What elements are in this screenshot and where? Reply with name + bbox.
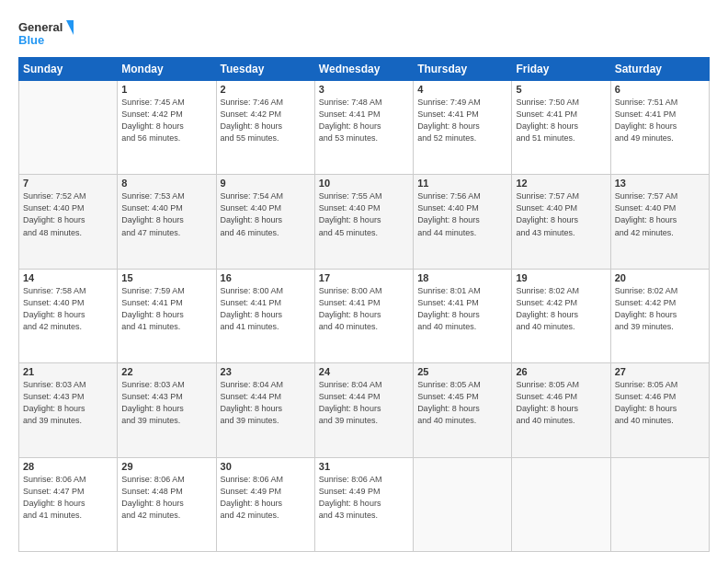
day-info: Sunrise: 7:58 AM Sunset: 4:40 PM Dayligh… <box>23 285 113 333</box>
day-number: 20 <box>615 272 705 283</box>
calendar-cell: 21Sunrise: 8:03 AM Sunset: 4:43 PM Dayli… <box>19 363 118 457</box>
day-number: 4 <box>417 84 507 95</box>
calendar-week-row: 14Sunrise: 7:58 AM Sunset: 4:40 PM Dayli… <box>19 269 710 362</box>
day-number: 7 <box>23 178 113 189</box>
day-number: 24 <box>319 366 409 377</box>
calendar-cell: 24Sunrise: 8:04 AM Sunset: 4:44 PM Dayli… <box>314 363 413 457</box>
calendar-week-row: 28Sunrise: 8:06 AM Sunset: 4:47 PM Dayli… <box>19 457 710 551</box>
calendar-cell: 9Sunrise: 7:54 AM Sunset: 4:40 PM Daylig… <box>216 175 314 269</box>
day-number: 25 <box>417 366 507 377</box>
logo-svg: General Blue <box>18 17 74 50</box>
calendar-cell: 8Sunrise: 7:53 AM Sunset: 4:40 PM Daylig… <box>118 175 216 269</box>
day-info: Sunrise: 7:52 AM Sunset: 4:40 PM Dayligh… <box>23 190 113 238</box>
day-info: Sunrise: 8:00 AM Sunset: 4:41 PM Dayligh… <box>221 285 311 333</box>
calendar-cell: 26Sunrise: 8:05 AM Sunset: 4:46 PM Dayli… <box>512 363 610 457</box>
day-info: Sunrise: 7:57 AM Sunset: 4:40 PM Dayligh… <box>615 190 705 238</box>
day-number: 19 <box>516 272 606 283</box>
day-number: 23 <box>221 366 311 377</box>
day-info: Sunrise: 7:57 AM Sunset: 4:40 PM Dayligh… <box>516 190 606 238</box>
day-number: 29 <box>121 461 211 472</box>
day-info: Sunrise: 8:05 AM Sunset: 4:45 PM Dayligh… <box>417 379 507 427</box>
day-number: 3 <box>319 84 409 95</box>
calendar-cell: 2Sunrise: 7:46 AM Sunset: 4:42 PM Daylig… <box>216 81 314 175</box>
day-number: 30 <box>221 461 311 472</box>
day-info: Sunrise: 8:03 AM Sunset: 4:43 PM Dayligh… <box>23 379 113 427</box>
calendar-cell: 23Sunrise: 8:04 AM Sunset: 4:44 PM Dayli… <box>216 363 314 457</box>
day-number: 16 <box>221 272 311 283</box>
calendar-week-row: 7Sunrise: 7:52 AM Sunset: 4:40 PM Daylig… <box>19 175 710 269</box>
calendar-day-header: Friday <box>512 58 610 81</box>
calendar-cell: 3Sunrise: 7:48 AM Sunset: 4:41 PM Daylig… <box>314 81 413 175</box>
svg-marker-2 <box>66 20 74 35</box>
day-number: 13 <box>615 178 705 189</box>
calendar-cell <box>610 457 709 551</box>
day-info: Sunrise: 8:02 AM Sunset: 4:42 PM Dayligh… <box>615 285 705 333</box>
calendar-cell: 11Sunrise: 7:56 AM Sunset: 4:40 PM Dayli… <box>414 175 512 269</box>
calendar-cell <box>512 457 610 551</box>
day-info: Sunrise: 8:06 AM Sunset: 4:49 PM Dayligh… <box>319 474 409 522</box>
calendar-day-header: Monday <box>118 58 216 81</box>
page: General Blue SundayMondayTuesdayWednesda… <box>0 0 728 563</box>
calendar-day-header: Thursday <box>414 58 512 81</box>
calendar-cell: 29Sunrise: 8:06 AM Sunset: 4:48 PM Dayli… <box>118 457 216 551</box>
day-info: Sunrise: 7:46 AM Sunset: 4:42 PM Dayligh… <box>221 97 311 144</box>
day-number: 18 <box>417 272 507 283</box>
day-info: Sunrise: 7:55 AM Sunset: 4:40 PM Dayligh… <box>319 190 409 238</box>
calendar-table: SundayMondayTuesdayWednesdayThursdayFrid… <box>18 57 710 552</box>
day-number: 31 <box>319 461 409 472</box>
day-info: Sunrise: 8:06 AM Sunset: 4:49 PM Dayligh… <box>221 474 311 522</box>
day-number: 28 <box>23 461 113 472</box>
calendar-week-row: 21Sunrise: 8:03 AM Sunset: 4:43 PM Dayli… <box>19 363 710 457</box>
calendar-day-header: Saturday <box>610 58 709 81</box>
calendar-day-header: Tuesday <box>216 58 314 81</box>
day-info: Sunrise: 7:54 AM Sunset: 4:40 PM Dayligh… <box>221 190 311 238</box>
day-info: Sunrise: 7:53 AM Sunset: 4:40 PM Dayligh… <box>121 190 211 238</box>
day-number: 2 <box>221 84 311 95</box>
day-info: Sunrise: 7:56 AM Sunset: 4:40 PM Dayligh… <box>417 190 507 238</box>
calendar-cell: 31Sunrise: 8:06 AM Sunset: 4:49 PM Dayli… <box>314 457 413 551</box>
day-number: 6 <box>615 84 705 95</box>
day-info: Sunrise: 8:05 AM Sunset: 4:46 PM Dayligh… <box>516 379 606 427</box>
calendar-cell: 10Sunrise: 7:55 AM Sunset: 4:40 PM Dayli… <box>314 175 413 269</box>
svg-text:Blue: Blue <box>18 33 44 47</box>
day-number: 11 <box>417 178 507 189</box>
calendar-cell: 30Sunrise: 8:06 AM Sunset: 4:49 PM Dayli… <box>216 457 314 551</box>
calendar-week-row: 1Sunrise: 7:45 AM Sunset: 4:42 PM Daylig… <box>19 81 710 175</box>
calendar-cell: 15Sunrise: 7:59 AM Sunset: 4:41 PM Dayli… <box>118 269 216 362</box>
day-number: 17 <box>319 272 409 283</box>
calendar-cell: 5Sunrise: 7:50 AM Sunset: 4:41 PM Daylig… <box>512 81 610 175</box>
day-number: 15 <box>121 272 211 283</box>
day-info: Sunrise: 8:01 AM Sunset: 4:41 PM Dayligh… <box>417 285 507 333</box>
calendar-cell: 13Sunrise: 7:57 AM Sunset: 4:40 PM Dayli… <box>610 175 709 269</box>
day-info: Sunrise: 8:04 AM Sunset: 4:44 PM Dayligh… <box>319 379 409 427</box>
day-info: Sunrise: 8:00 AM Sunset: 4:41 PM Dayligh… <box>319 285 409 333</box>
day-info: Sunrise: 7:48 AM Sunset: 4:41 PM Dayligh… <box>319 97 409 144</box>
calendar-cell: 6Sunrise: 7:51 AM Sunset: 4:41 PM Daylig… <box>610 81 709 175</box>
day-number: 5 <box>516 84 606 95</box>
day-info: Sunrise: 7:45 AM Sunset: 4:42 PM Dayligh… <box>121 97 211 144</box>
calendar-day-header: Wednesday <box>314 58 413 81</box>
day-number: 8 <box>121 178 211 189</box>
calendar-cell <box>414 457 512 551</box>
calendar-cell: 12Sunrise: 7:57 AM Sunset: 4:40 PM Dayli… <box>512 175 610 269</box>
day-number: 1 <box>121 84 211 95</box>
logo: General Blue <box>18 17 74 50</box>
calendar-cell <box>19 81 118 175</box>
calendar-cell: 22Sunrise: 8:03 AM Sunset: 4:43 PM Dayli… <box>118 363 216 457</box>
calendar-cell: 19Sunrise: 8:02 AM Sunset: 4:42 PM Dayli… <box>512 269 610 362</box>
calendar-cell: 18Sunrise: 8:01 AM Sunset: 4:41 PM Dayli… <box>414 269 512 362</box>
calendar-cell: 28Sunrise: 8:06 AM Sunset: 4:47 PM Dayli… <box>19 457 118 551</box>
day-number: 22 <box>121 366 211 377</box>
day-info: Sunrise: 8:03 AM Sunset: 4:43 PM Dayligh… <box>121 379 211 427</box>
calendar-cell: 20Sunrise: 8:02 AM Sunset: 4:42 PM Dayli… <box>610 269 709 362</box>
day-number: 12 <box>516 178 606 189</box>
svg-text:General: General <box>18 20 63 34</box>
day-number: 14 <box>23 272 113 283</box>
day-info: Sunrise: 8:05 AM Sunset: 4:46 PM Dayligh… <box>615 379 705 427</box>
day-number: 9 <box>221 178 311 189</box>
calendar-cell: 7Sunrise: 7:52 AM Sunset: 4:40 PM Daylig… <box>19 175 118 269</box>
calendar-cell: 14Sunrise: 7:58 AM Sunset: 4:40 PM Dayli… <box>19 269 118 362</box>
calendar-header-row: SundayMondayTuesdayWednesdayThursdayFrid… <box>19 58 710 81</box>
calendar-day-header: Sunday <box>19 58 118 81</box>
day-info: Sunrise: 7:51 AM Sunset: 4:41 PM Dayligh… <box>615 97 705 144</box>
